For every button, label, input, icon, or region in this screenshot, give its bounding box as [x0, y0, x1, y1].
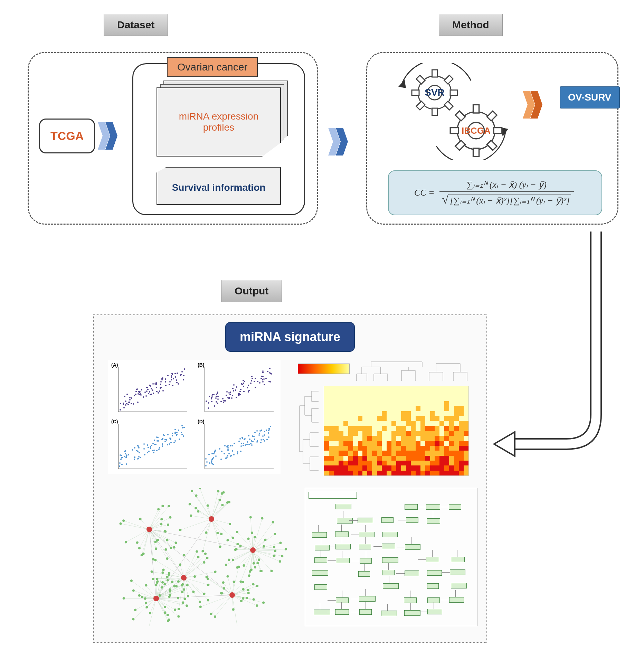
- svg-point-287: [235, 548, 238, 550]
- svg-point-363: [153, 596, 159, 601]
- svg-point-216: [174, 541, 177, 544]
- svg-point-336: [229, 592, 235, 598]
- svg-line-47: [149, 529, 167, 559]
- svg-line-26: [149, 529, 153, 559]
- svg-line-62: [196, 508, 211, 519]
- svg-point-328: [203, 561, 205, 564]
- svg-point-376: [174, 609, 176, 611]
- svg-point-310: [161, 586, 163, 589]
- svg-line-69: [211, 502, 227, 519]
- svg-point-232: [136, 541, 139, 544]
- svg-line-210: [149, 529, 232, 595]
- svg-point-319: [179, 564, 181, 566]
- svg-point-370: [132, 590, 135, 592]
- workflow-diagram: Dataset Method Output TCGA Ovarian cance…: [14, 14, 630, 646]
- svg-line-125: [184, 572, 215, 578]
- svg-point-304: [253, 562, 255, 565]
- svg-point-386: [123, 597, 125, 600]
- svg-line-211: [149, 529, 156, 598]
- arrow-chevron-icon: [523, 91, 547, 119]
- svg-line-45: [126, 529, 149, 542]
- scatter-label-a: (A): [111, 362, 118, 368]
- svg-point-371: [173, 585, 176, 587]
- arrow-chevron-icon: [98, 122, 122, 150]
- svg-point-356: [205, 576, 208, 578]
- svg-rect-4: [432, 108, 437, 115]
- svg-point-258: [205, 531, 207, 534]
- svg-point-265: [197, 510, 199, 513]
- svg-point-241: [173, 546, 176, 549]
- svg-point-388: [186, 604, 188, 607]
- heatmap-panel: [294, 360, 474, 484]
- svg-point-362: [226, 575, 229, 577]
- svg-point-349: [256, 604, 258, 607]
- svg-point-385: [168, 595, 171, 598]
- svg-point-230: [169, 516, 171, 519]
- svg-point-222: [157, 508, 160, 510]
- svg-point-301: [274, 533, 276, 535]
- svg-point-246: [216, 532, 219, 534]
- svg-marker-22: [494, 432, 515, 456]
- svg-line-48: [149, 529, 174, 547]
- svg-point-402: [132, 618, 134, 620]
- svg-line-75: [226, 550, 253, 565]
- svg-point-344: [242, 588, 245, 591]
- output-panel: miRNA signature (A) (B) (C) (D): [93, 314, 487, 643]
- svg-line-184: [156, 598, 183, 603]
- svg-point-318: [192, 591, 195, 593]
- svg-point-394: [162, 571, 164, 574]
- output-section-label: Output: [221, 280, 282, 302]
- mirna-doc-label: miRNA expression profiles: [164, 111, 273, 133]
- scatter-panel: (A) (B) (C) (D): [108, 360, 281, 474]
- svg-point-379: [163, 583, 166, 585]
- svg-point-270: [225, 564, 227, 566]
- svg-point-243: [209, 516, 214, 522]
- pathway-panel: [305, 488, 477, 626]
- svg-marker-0: [398, 80, 406, 88]
- svg-point-267: [250, 547, 256, 553]
- svg-point-276: [263, 545, 265, 548]
- svg-line-57: [203, 519, 211, 551]
- svg-point-261: [217, 490, 219, 492]
- svg-point-366: [186, 584, 189, 586]
- svg-line-106: [253, 534, 275, 550]
- svg-line-179: [156, 598, 168, 621]
- svg-point-358: [247, 589, 249, 591]
- svg-line-214: [156, 595, 232, 598]
- svg-line-60: [211, 519, 220, 547]
- mirna-doc-stack: miRNA expression profiles: [157, 81, 288, 160]
- svg-point-296: [251, 531, 253, 534]
- dataset-section-label: Dataset: [104, 14, 168, 36]
- svg-line-37: [149, 517, 170, 529]
- mirna-signature-badge: miRNA signature: [225, 322, 355, 352]
- svg-point-240: [166, 557, 168, 560]
- svg-point-299: [270, 570, 273, 572]
- svg-point-353: [242, 581, 244, 583]
- svg-point-316: [197, 556, 199, 558]
- svg-point-274: [232, 559, 234, 561]
- svg-rect-14: [473, 148, 479, 157]
- svg-point-311: [181, 591, 183, 593]
- svg-point-400: [183, 588, 185, 591]
- svg-point-215: [146, 527, 152, 532]
- svg-point-275: [279, 542, 282, 544]
- svg-point-327: [183, 597, 186, 600]
- svg-point-346: [220, 592, 222, 594]
- svg-point-387: [177, 597, 179, 599]
- svg-point-288: [226, 539, 229, 541]
- scatter-label-d: (D): [198, 419, 204, 424]
- svg-point-298: [285, 548, 287, 550]
- svg-point-302: [249, 516, 252, 518]
- svg-point-343: [247, 592, 250, 594]
- svg-point-401: [134, 609, 136, 611]
- svg-line-204: [133, 598, 156, 619]
- svg-point-405: [144, 597, 146, 600]
- svg-line-63: [211, 502, 229, 519]
- dataset-panel: TCGA Ovarian cancer miRNA expression pro…: [28, 52, 318, 225]
- svg-point-280: [273, 555, 275, 557]
- svg-point-393: [145, 584, 147, 587]
- svg-line-164: [232, 567, 239, 595]
- svg-point-320: [183, 554, 186, 556]
- svg-point-398: [161, 581, 164, 584]
- svg-point-357: [242, 597, 244, 600]
